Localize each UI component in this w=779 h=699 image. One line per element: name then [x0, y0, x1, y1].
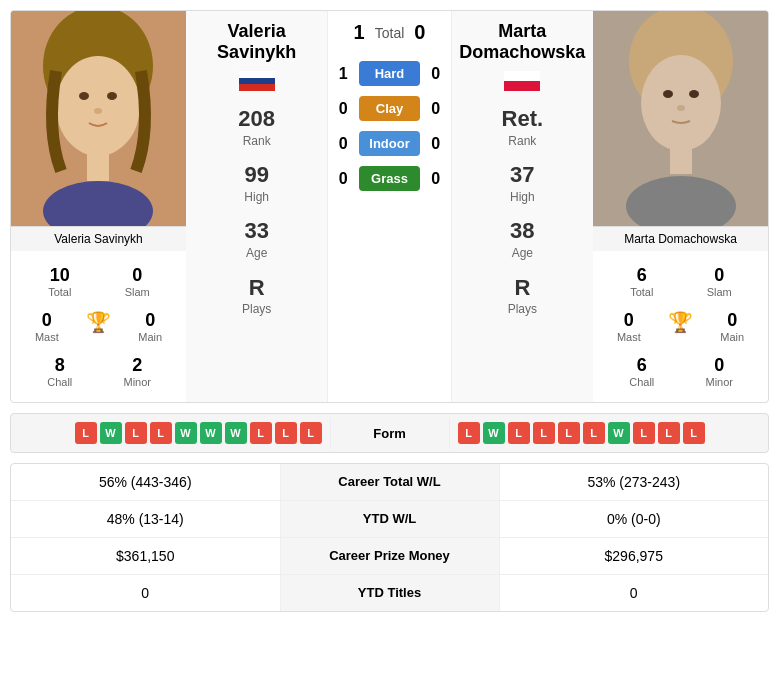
stats-left-val-1: 48% (13-14)	[11, 501, 280, 537]
player2-mast-main: 0 Mast 🏆 0 Main	[603, 310, 758, 343]
player-right-col: Marta Domachowska 6 Total 0 Slam	[593, 11, 768, 402]
player1-name-header: Valeria Savinykh	[217, 21, 296, 63]
svg-point-13	[677, 105, 685, 111]
comparison-body: Valeria Savinykh 10 Total 0 Slam	[11, 11, 768, 402]
player2-illustration	[593, 11, 768, 226]
player1-illustration	[11, 11, 186, 226]
player1-name-below: Valeria Savinykh	[11, 226, 186, 251]
total-row: 1 Total 0	[333, 21, 445, 44]
stats-left-val-3: 0	[11, 575, 280, 611]
grass-btn: Grass	[359, 166, 419, 191]
form-badge-p1: W	[100, 422, 122, 444]
player2-plays-block: R Plays	[508, 274, 537, 318]
surface-hard: 1 Hard 0	[333, 61, 445, 86]
player1-minor: 2 Minor	[99, 355, 177, 388]
stats-center-label-2: Career Prize Money	[280, 538, 500, 574]
player1-main: 0 Main	[124, 310, 176, 343]
player1-mast: 0 Mast	[21, 310, 73, 343]
player1-photo	[11, 11, 186, 226]
form-badge-p1: W	[225, 422, 247, 444]
stats-center-label-1: YTD W/L	[280, 501, 500, 537]
hard-btn: Hard	[359, 61, 419, 86]
player1-stats: 10 Total 0 Slam 0 Mast 🏆	[11, 251, 186, 402]
surface-grass: 0 Grass 0	[333, 166, 445, 191]
form-badge-p1: L	[125, 422, 147, 444]
stats-right-val-3: 0	[500, 575, 769, 611]
player2-name-below: Marta Domachowska	[593, 226, 768, 251]
player-left-col: Valeria Savinykh 10 Total 0 Slam	[11, 11, 186, 402]
player1-high-block: 99 High	[244, 161, 269, 205]
player1-mast-main: 0 Mast 🏆 0 Main	[21, 310, 176, 343]
form-badge-p1: W	[200, 422, 222, 444]
svg-point-11	[663, 90, 673, 98]
player2-name-header: Marta Domachowska	[459, 21, 585, 63]
form-badge-p2: L	[658, 422, 680, 444]
player1-slam: 0 Slam	[99, 265, 177, 298]
svg-point-5	[94, 108, 102, 114]
form-center-label: Form	[330, 418, 450, 449]
stats-right-val-0: 53% (273-243)	[500, 464, 769, 500]
player2-minor: 0 Minor	[681, 355, 759, 388]
stats-left-val-0: 56% (443-346)	[11, 464, 280, 500]
form-badge-p2: W	[483, 422, 505, 444]
player1-total-slam: 10 Total 0 Slam	[21, 265, 176, 298]
form-badge-p1: L	[250, 422, 272, 444]
player1-total: 10 Total	[21, 265, 99, 298]
stats-right-val-2: $296,975	[500, 538, 769, 574]
svg-point-3	[79, 92, 89, 100]
svg-point-2	[56, 56, 140, 156]
stats-row-2: $361,150Career Prize Money$296,975	[11, 538, 768, 575]
player2-slam: 0 Slam	[681, 265, 759, 298]
form-badge-p1: L	[275, 422, 297, 444]
form-badge-p2: L	[583, 422, 605, 444]
form-badge-p1: L	[300, 422, 322, 444]
player2-stats: 6 Total 0 Slam 0 Mast 🏆	[593, 251, 768, 402]
player1-center-stats: Valeria Savinykh 208 Rank 99 High 33 Age	[186, 11, 328, 402]
form-badge-p2: L	[633, 422, 655, 444]
form-badge-p2: L	[458, 422, 480, 444]
form-badge-p1: L	[150, 422, 172, 444]
svg-point-12	[689, 90, 699, 98]
player2-chall-minor: 6 Chall 0 Minor	[603, 355, 758, 388]
player1-chall: 8 Chall	[21, 355, 99, 388]
main-container: Valeria Savinykh 10 Total 0 Slam	[0, 10, 779, 612]
indoor-btn: Indoor	[359, 131, 419, 156]
comparison-block: Valeria Savinykh 10 Total 0 Slam	[10, 10, 769, 403]
player2-chall: 6 Chall	[603, 355, 681, 388]
stats-row-0: 56% (443-346)Career Total W/L53% (273-24…	[11, 464, 768, 501]
stats-row-3: 0YTD Titles0	[11, 575, 768, 611]
stats-right-val-1: 0% (0-0)	[500, 501, 769, 537]
stats-row-1: 48% (13-14)YTD W/L0% (0-0)	[11, 501, 768, 538]
svg-rect-6	[87, 151, 109, 181]
form-badge-p2: L	[558, 422, 580, 444]
player2-photo	[593, 11, 768, 226]
player1-rank-block: 208 Rank	[238, 105, 275, 149]
middle-surfaces: 1 Total 0 1 Hard 0 0 Clay 0 0 Indoor	[328, 11, 450, 402]
player1-flag	[239, 71, 275, 91]
form-badge-p1: L	[75, 422, 97, 444]
clay-btn: Clay	[359, 96, 419, 121]
player2-flag	[504, 71, 540, 91]
player1-chall-minor: 8 Chall 2 Minor	[21, 355, 176, 388]
player2-rank-block: Ret. Rank	[502, 105, 544, 149]
player1-age-block: 33 Age	[244, 217, 268, 261]
player2-main: 0 Main	[706, 310, 758, 343]
svg-point-4	[107, 92, 117, 100]
trophy-left: 🏆	[73, 310, 125, 343]
svg-rect-14	[670, 146, 692, 174]
player2-total-slam: 6 Total 0 Slam	[603, 265, 758, 298]
form-badge-p2: L	[508, 422, 530, 444]
form-section: LWLLWWWLLL Form LWLLLLWLLL	[10, 413, 769, 453]
form-right: LWLLLLWLLL	[450, 414, 769, 452]
player2-total: 6 Total	[603, 265, 681, 298]
player2-mast: 0 Mast	[603, 310, 655, 343]
form-badge-p1: W	[175, 422, 197, 444]
stats-left-val-2: $361,150	[11, 538, 280, 574]
trophy-right: 🏆	[655, 310, 707, 343]
player2-age-block: 38 Age	[510, 217, 534, 261]
svg-point-10	[641, 55, 721, 151]
stats-center-label-3: YTD Titles	[280, 575, 500, 611]
form-badge-p2: L	[533, 422, 555, 444]
surface-clay: 0 Clay 0	[333, 96, 445, 121]
stats-center-label-0: Career Total W/L	[280, 464, 500, 500]
